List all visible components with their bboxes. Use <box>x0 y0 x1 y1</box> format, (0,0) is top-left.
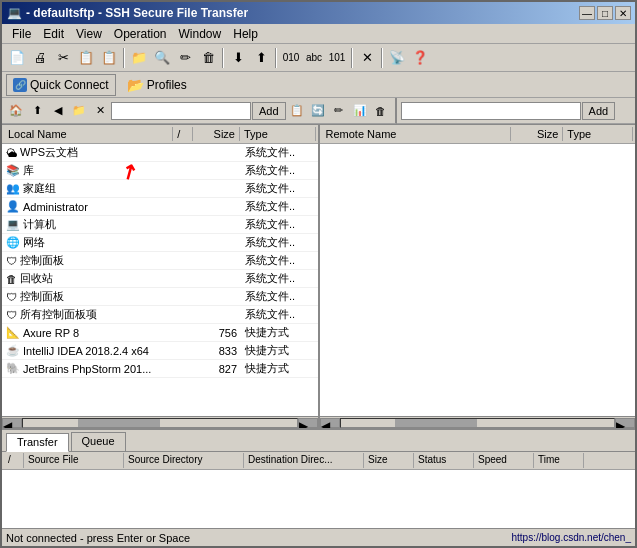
tcol-source-dir: Source Directory <box>124 453 244 468</box>
menu-bar: File Edit View Operation Window Help <box>2 24 635 44</box>
right-scroll-track[interactable] <box>340 418 616 428</box>
app-icon: 💻 <box>6 5 22 21</box>
right-nav-toolbar: Add <box>397 98 635 124</box>
content-area: Local Name / Size Type 🌥 WPS云文档 系统文件.. 📚… <box>2 125 635 428</box>
toolbar-print[interactable]: 🖨 <box>29 47 51 69</box>
toolbar-cancel[interactable]: ✕ <box>356 47 378 69</box>
left-copy-button[interactable]: 📋 <box>287 101 307 121</box>
left-scroll-right[interactable]: ▶ <box>298 418 318 428</box>
left-back-button[interactable]: ◀ <box>48 101 68 121</box>
toolbar-separator-1 <box>123 48 125 68</box>
list-item[interactable]: ☕ IntelliJ IDEA 2018.2.4 x64 833 快捷方式 <box>2 342 318 360</box>
left-file-panel: Local Name / Size Type 🌥 WPS云文档 系统文件.. 📚… <box>2 125 320 428</box>
title-bar-left: 💻 - defaultsftp - SSH Secure File Transf… <box>6 5 248 21</box>
menu-window[interactable]: Window <box>173 26 228 42</box>
toolbar-search[interactable]: 🔍 <box>151 47 173 69</box>
list-item[interactable]: 👥 家庭组 系统文件.. <box>2 180 318 198</box>
toolbar-separator-5 <box>381 48 383 68</box>
col-local-name: Local Name <box>4 127 173 141</box>
col-remote-name: Remote Name <box>322 127 511 141</box>
col-slash: / <box>173 127 192 141</box>
list-item[interactable]: 🗑 回收站 系统文件.. <box>2 270 318 288</box>
menu-edit[interactable]: Edit <box>37 26 70 42</box>
left-home-button[interactable]: 🏠 <box>6 101 26 121</box>
left-file-list: 🌥 WPS云文档 系统文件.. 📚 库 系统文件.. 👥 家庭组 系统文件.. <box>2 144 318 416</box>
toolbar-help[interactable]: ❓ <box>409 47 431 69</box>
toolbar-cut[interactable]: ✂ <box>52 47 74 69</box>
col-size: Size <box>193 127 240 141</box>
left-up-button[interactable]: ⬆ <box>27 101 47 121</box>
left-new-folder-button[interactable]: 📁 <box>69 101 89 121</box>
tcol-dest-dir: Destination Direc... <box>244 453 364 468</box>
right-panel-header: Remote Name Size Type <box>320 125 636 144</box>
toolbar-copy[interactable]: 📋 <box>75 47 97 69</box>
toolbar-separator-2 <box>222 48 224 68</box>
tab-queue[interactable]: Queue <box>71 432 126 451</box>
quick-connect-container: 🔗 Quick Connect 📂 Profiles ↗ <box>2 72 635 98</box>
left-rename-button[interactable]: ✏ <box>329 101 349 121</box>
list-item[interactable]: 🛡 所有控制面板项 系统文件.. <box>2 306 318 324</box>
right-path-input[interactable] <box>401 102 581 120</box>
left-scrollbar[interactable]: ◀ ▶ <box>2 416 318 428</box>
toolbar-edit[interactable]: ✏ <box>174 47 196 69</box>
restore-button[interactable]: □ <box>597 6 613 20</box>
tcol-speed: Speed <box>474 453 534 468</box>
left-props-button[interactable]: 📊 <box>350 101 370 121</box>
list-item[interactable]: 🛡 控制面板 系统文件.. <box>2 288 318 306</box>
menu-file[interactable]: File <box>6 26 37 42</box>
toolbar-down[interactable]: ⬇ <box>227 47 249 69</box>
left-scroll-track[interactable] <box>22 418 298 428</box>
toolbar-stat1[interactable]: 010 <box>280 47 302 69</box>
toolbar-up[interactable]: ⬆ <box>250 47 272 69</box>
profiles-button[interactable]: 📂 Profiles <box>120 74 194 96</box>
list-item[interactable]: 👤 Administrator 系统文件.. <box>2 198 318 216</box>
title-controls: — □ ✕ <box>579 6 631 20</box>
left-scroll-left[interactable]: ◀ <box>2 418 22 428</box>
right-add-button[interactable]: Add <box>582 102 616 120</box>
list-item[interactable]: 🐘 JetBrains PhpStorm 201... 827 快捷方式 <box>2 360 318 378</box>
quick-connect-icon: 🔗 <box>13 78 27 92</box>
left-refresh-button[interactable]: 🔄 <box>308 101 328 121</box>
list-item[interactable]: 🛡 控制面板 系统文件.. <box>2 252 318 270</box>
toolbar-connect[interactable]: 📡 <box>386 47 408 69</box>
right-scroll-right[interactable]: ▶ <box>615 418 635 428</box>
menu-operation[interactable]: Operation <box>108 26 173 42</box>
left-delete-button[interactable]: ✕ <box>90 101 110 121</box>
toolbar-folder[interactable]: 📁 <box>128 47 150 69</box>
toolbar-new[interactable]: 📄 <box>6 47 28 69</box>
right-scroll-left[interactable]: ◀ <box>320 418 340 428</box>
list-item[interactable]: 💻 计算机 系统文件.. <box>2 216 318 234</box>
toolbar-paste[interactable]: 📋 <box>98 47 120 69</box>
list-item[interactable]: 📐 Axure RP 8 756 快捷方式 <box>2 324 318 342</box>
window-title: - defaultsftp - SSH Secure File Transfer <box>26 6 248 20</box>
profiles-folder-icon: 📂 <box>127 77 144 93</box>
left-path-input[interactable] <box>111 102 251 120</box>
tcol-time: Time <box>534 453 584 468</box>
minimize-button[interactable]: — <box>579 6 595 20</box>
toolbar: 📄 🖨 ✂ 📋 📋 📁 🔍 ✏ 🗑 ⬇ ⬆ 010 abc 101 ✕ 📡 ❓ <box>2 44 635 72</box>
left-add-button[interactable]: Add <box>252 102 286 120</box>
left-del-button[interactable]: 🗑 <box>371 101 391 121</box>
right-scrollbar[interactable]: ◀ ▶ <box>320 416 636 428</box>
status-text: Not connected - press Enter or Space <box>6 532 190 544</box>
toolbar-stat2[interactable]: abc <box>303 47 325 69</box>
nav-toolbars: 🏠 ⬆ ◀ 📁 ✕ Add 📋 🔄 ✏ 📊 🗑 Add <box>2 98 635 125</box>
tcol-slash: / <box>4 453 24 468</box>
toolbar-stat3[interactable]: 101 <box>326 47 348 69</box>
toolbar-delete[interactable]: 🗑 <box>197 47 219 69</box>
list-item[interactable]: 🌐 网络 系统文件.. <box>2 234 318 252</box>
close-button[interactable]: ✕ <box>615 6 631 20</box>
title-bar: 💻 - defaultsftp - SSH Secure File Transf… <box>2 2 635 24</box>
left-nav-toolbar: 🏠 ⬆ ◀ 📁 ✕ Add 📋 🔄 ✏ 📊 🗑 <box>2 98 397 124</box>
profiles-label: Profiles <box>147 78 187 92</box>
menu-help[interactable]: Help <box>227 26 264 42</box>
menu-view[interactable]: View <box>70 26 108 42</box>
list-item[interactable]: 🌥 WPS云文档 系统文件.. <box>2 144 318 162</box>
list-item[interactable]: 📚 库 系统文件.. <box>2 162 318 180</box>
quick-connect-bar: 🔗 Quick Connect 📂 Profiles <box>2 72 635 98</box>
quick-connect-button[interactable]: 🔗 Quick Connect <box>6 74 116 96</box>
tab-transfer[interactable]: Transfer <box>6 433 69 452</box>
right-file-panel: Remote Name Size Type ◀ ▶ <box>320 125 636 428</box>
tcol-size: Size <box>364 453 414 468</box>
toolbar-separator-3 <box>275 48 277 68</box>
